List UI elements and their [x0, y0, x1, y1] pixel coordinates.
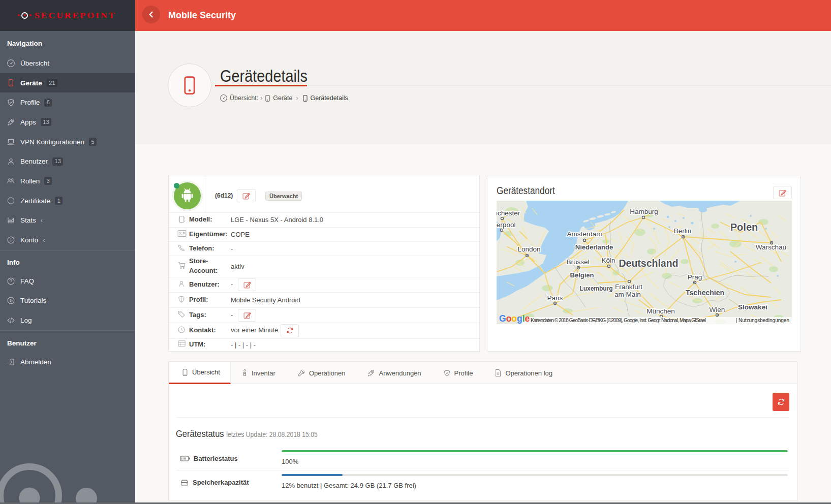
svg-text:Tschechien: Tschechien	[686, 289, 724, 297]
svg-text:Berlin: Berlin	[674, 227, 692, 235]
svg-text:Liverpool: Liverpool	[497, 221, 515, 229]
svg-text:Belgien: Belgien	[570, 271, 594, 279]
svg-text:am Main: am Main	[614, 291, 641, 298]
svg-text:Google: Google	[499, 313, 530, 324]
svg-text:Wien: Wien	[710, 306, 725, 313]
svg-text:Luxemburg: Luxemburg	[579, 285, 612, 292]
svg-text:Brüssel: Brüssel	[566, 258, 589, 266]
svg-text:Köln: Köln	[601, 257, 615, 264]
svg-text:Manchester: Manchester	[497, 209, 520, 217]
svg-text:| Nutzungsbedingungen: | Nutzungsbedingungen	[736, 318, 789, 323]
svg-text:Slowakei: Slowakei	[738, 303, 767, 311]
svg-text:Deutschland: Deutschland	[619, 258, 678, 269]
svg-text:Kartendaten © 2018 GeoBasis-DE: Kartendaten © 2018 GeoBasis-DE/BKG (©200…	[531, 318, 706, 323]
svg-text:Frankfurt: Frankfurt	[615, 283, 642, 291]
svg-text:Paris: Paris	[547, 294, 563, 302]
svg-text:München: München	[647, 307, 675, 315]
svg-text:Niederlande: Niederlande	[575, 243, 613, 251]
svg-text:Prag: Prag	[688, 273, 702, 281]
svg-text:Hamburg: Hamburg	[630, 208, 658, 215]
svg-text:Amsterdam: Amsterdam	[567, 230, 602, 238]
svg-text:London: London	[517, 245, 540, 253]
svg-text:Warschau: Warschau	[756, 243, 786, 251]
svg-text:Polen: Polen	[730, 222, 758, 233]
